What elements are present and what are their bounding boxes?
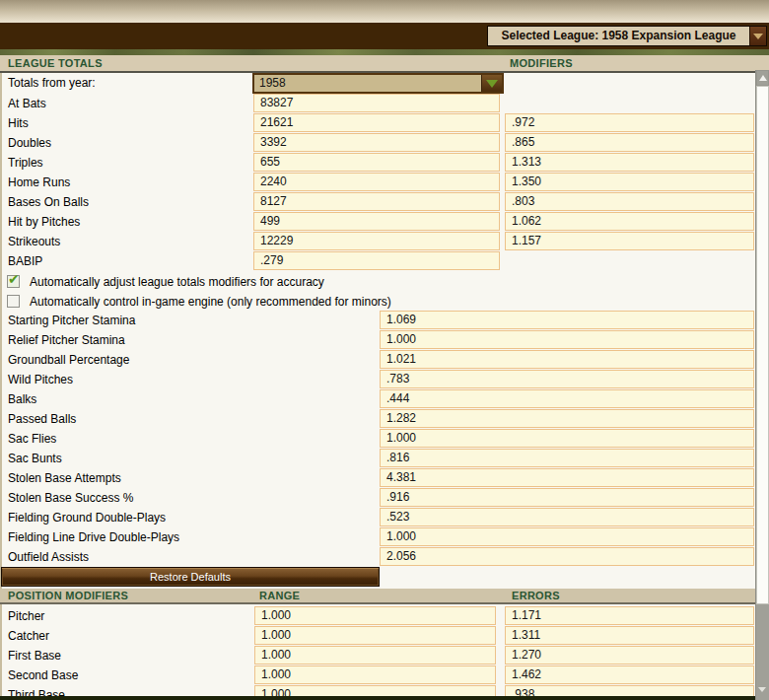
first-base-label: First Base	[8, 646, 61, 665]
stolen-base-attempts-label: Stolen Base Attempts	[8, 468, 121, 488]
hits-value-field[interactable]: 21621	[253, 113, 500, 132]
sac-flies-label: Sac Flies	[8, 429, 56, 449]
chevron-down-icon	[753, 34, 763, 39]
triangle-down-icon	[758, 687, 766, 692]
fielding-line-drive-double-plays-label: Fielding Line Drive Double-Plays	[8, 527, 179, 547]
scrollbar-thumb[interactable]	[756, 86, 769, 604]
outfield-assists-row: Outfield Assists2.056	[0, 547, 755, 567]
fielding-line-drive-double-plays-value-field[interactable]: 1.000	[380, 527, 754, 546]
league-settings-screen: Selected League: 1958 Expansion League L…	[0, 0, 769, 700]
first-base-errors-field[interactable]: 1.270	[505, 646, 754, 665]
auto-adjust-modifiers-checkbox[interactable]: ✔	[7, 275, 20, 288]
hit-by-pitches-modifier-field[interactable]: 1.062	[505, 212, 754, 231]
modifiers-heading: MODIFIERS	[510, 56, 573, 71]
strikeouts-row: Strikeouts122291.157	[0, 232, 755, 251]
catcher-errors-field[interactable]: 1.311	[505, 626, 754, 645]
sac-bunts-row: Sac Bunts.816	[0, 449, 755, 468]
babip-value-field[interactable]: .279	[253, 251, 500, 270]
sac-flies-row: Sac Flies1.000	[0, 429, 755, 449]
scrollbar-track[interactable]	[756, 604, 769, 700]
doubles-label: Doubles	[8, 133, 51, 153]
first-base-row: First Base1.0001.270	[0, 646, 755, 665]
second-base-label: Second Base	[8, 665, 78, 685]
triples-value-field[interactable]: 655	[253, 153, 500, 172]
auto-adjust-modifiers-label: Automatically adjust league totals modif…	[30, 272, 324, 292]
scroll-up-button[interactable]	[756, 70, 769, 86]
stolen-base-success-value-field[interactable]: .916	[380, 488, 754, 507]
doubles-row: Doubles3392.865	[0, 133, 755, 153]
hits-label: Hits	[8, 113, 29, 133]
home-runs-value-field[interactable]: 2240	[253, 173, 500, 191]
stolen-base-attempts-row: Stolen Base Attempts4.381	[0, 468, 755, 488]
restore-defaults-button[interactable]: Restore Defaults	[1, 567, 380, 587]
balks-label: Balks	[8, 389, 36, 409]
stolen-base-success-label: Stolen Base Success %	[8, 488, 133, 508]
scrollbar[interactable]	[755, 70, 769, 700]
catcher-range-field[interactable]: 1.000	[254, 626, 496, 645]
pitcher-errors-field[interactable]: 1.171	[505, 606, 754, 625]
year-dropdown-button[interactable]	[481, 75, 502, 92]
hit-by-pitches-value-field[interactable]: 499	[253, 212, 500, 231]
passed-balls-row: Passed Balls1.282	[0, 409, 755, 429]
league-dropdown-button[interactable]	[749, 27, 766, 45]
bases-on-balls-modifier-field[interactable]: .803	[505, 192, 754, 211]
sac-bunts-label: Sac Bunts	[8, 449, 62, 468]
bases-on-balls-value-field[interactable]: 8127	[253, 192, 500, 211]
pitcher-range-field[interactable]: 1.000	[254, 606, 496, 625]
totals-from-year-label: Totals from year:	[8, 73, 96, 93]
groundball-percentage-row: Groundball Percentage1.021	[0, 350, 755, 370]
pitcher-label: Pitcher	[8, 606, 44, 626]
home-runs-row: Home Runs22401.350	[0, 173, 755, 192]
first-base-range-field[interactable]: 1.000	[254, 646, 496, 665]
home-runs-modifier-field[interactable]: 1.350	[505, 173, 754, 191]
league-totals-header-row: LEAGUE TOTALS MODIFIERS	[0, 55, 769, 73]
triples-row: Triples6551.313	[0, 153, 755, 173]
balks-value-field[interactable]: .444	[380, 389, 754, 408]
auto-control-engine-row: Automatically control in-game engine (on…	[0, 292, 755, 312]
balks-row: Balks.444	[0, 389, 755, 409]
hits-row: Hits21621.972	[0, 113, 755, 133]
year-dropdown[interactable]: 1958	[252, 73, 504, 94]
doubles-modifier-field[interactable]: .865	[505, 133, 754, 152]
hits-modifier-field[interactable]: .972	[505, 113, 754, 132]
fielding-ground-double-plays-value-field[interactable]: .523	[380, 508, 754, 526]
position-modifiers-header-row: POSITION MODIFIERS RANGE ERRORS	[0, 589, 755, 604]
second-base-row: Second Base1.0001.462	[0, 665, 755, 685]
range-heading: RANGE	[259, 589, 300, 602]
window-top-bar	[0, 0, 769, 23]
at-bats-row: At Bats83827	[0, 94, 755, 113]
errors-heading: ERRORS	[512, 589, 560, 602]
starting-pitcher-stamina-value-field[interactable]: 1.069	[380, 311, 754, 329]
triangle-up-icon	[759, 75, 767, 81]
babip-label: BABIP	[8, 251, 42, 271]
wild-pitches-label: Wild Pitches	[8, 370, 73, 389]
stolen-base-attempts-value-field[interactable]: 4.381	[380, 468, 754, 487]
triples-modifier-field[interactable]: 1.313	[505, 153, 754, 172]
outfield-assists-value-field[interactable]: 2.056	[380, 547, 754, 566]
starting-pitcher-stamina-row: Starting Pitcher Stamina1.069	[0, 311, 755, 330]
relief-pitcher-stamina-value-field[interactable]: 1.000	[380, 330, 754, 349]
catcher-row: Catcher1.0001.311	[0, 626, 755, 646]
groundball-percentage-value-field[interactable]: 1.021	[380, 350, 754, 369]
hit-by-pitches-row: Hit by Pitches4991.062	[0, 212, 755, 232]
second-base-range-field[interactable]: 1.000	[254, 665, 496, 684]
selected-league-dropdown[interactable]: Selected League: 1958 Expansion League	[487, 26, 767, 46]
chevron-down-icon	[486, 80, 498, 88]
doubles-value-field[interactable]: 3392	[253, 133, 500, 152]
league-totals-heading: LEAGUE TOTALS	[8, 56, 103, 71]
at-bats-label: At Bats	[8, 94, 46, 113]
at-bats-value-field[interactable]: 83827	[253, 94, 500, 112]
passed-balls-value-field[interactable]: 1.282	[380, 409, 754, 428]
sac-flies-value-field[interactable]: 1.000	[380, 429, 754, 448]
strikeouts-modifier-field[interactable]: 1.157	[505, 232, 754, 250]
position-modifiers-heading: POSITION MODIFIERS	[8, 589, 128, 602]
year-dropdown-value: 1958	[259, 75, 286, 92]
wild-pitches-value-field[interactable]: .783	[380, 370, 754, 388]
passed-balls-label: Passed Balls	[8, 409, 76, 429]
relief-pitcher-stamina-label: Relief Pitcher Stamina	[8, 330, 125, 350]
second-base-errors-field[interactable]: 1.462	[505, 665, 754, 684]
strikeouts-value-field[interactable]: 12229	[253, 232, 500, 250]
triples-label: Triples	[8, 153, 43, 173]
auto-control-engine-checkbox[interactable]	[7, 295, 20, 308]
sac-bunts-value-field[interactable]: .816	[380, 449, 754, 467]
